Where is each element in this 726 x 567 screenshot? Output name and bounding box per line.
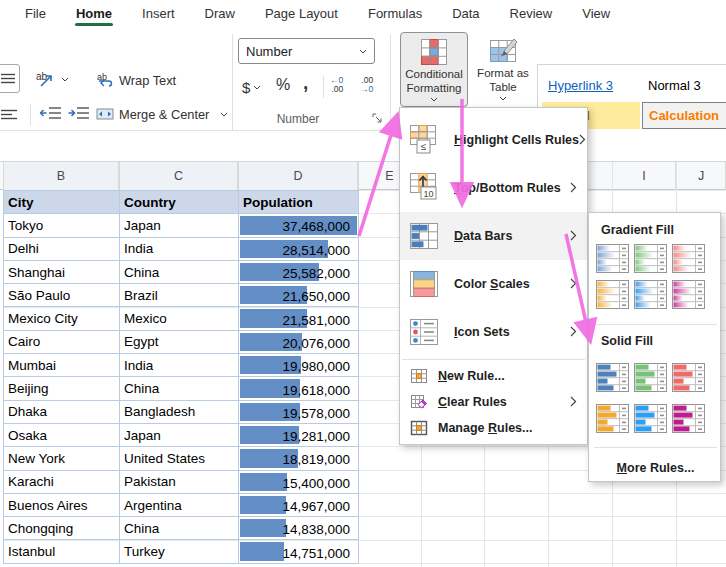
country-cell[interactable]: Egypt [120, 330, 239, 353]
city-cell[interactable]: New York [4, 447, 120, 470]
databar-style-solid-2[interactable] [634, 363, 667, 392]
databar-style-solid-3[interactable] [672, 363, 705, 392]
city-cell[interactable]: Chongqing [4, 517, 120, 540]
databar-style-solid-5[interactable] [634, 404, 667, 433]
databar-style-solid-1[interactable] [596, 363, 629, 392]
formula-bar-area[interactable] [0, 131, 726, 162]
country-cell[interactable]: India [120, 237, 239, 260]
tab-page-layout[interactable]: Page Layout [254, 1, 349, 27]
align-left-button[interactable] [1, 107, 17, 125]
tab-file[interactable]: File [14, 1, 57, 27]
city-cell[interactable]: Beijing [4, 377, 120, 400]
city-cell[interactable]: Karachi [4, 470, 120, 493]
more-rules-menu-item[interactable]: More Rules... [589, 456, 722, 480]
country-cell[interactable]: Japan [120, 423, 239, 446]
population-cell[interactable]: 14,967,000 [239, 493, 359, 516]
cf-menu-item-highlight-cells-rules[interactable]: ≤Highlight Cells Rules [400, 116, 587, 164]
cf-menu-item-icon-sets[interactable]: Icon Sets [400, 308, 587, 356]
databar-style-gradient-3[interactable] [672, 244, 705, 273]
population-cell[interactable]: 18,819,000 [239, 447, 359, 470]
tab-data[interactable]: Data [441, 1, 490, 27]
city-cell[interactable]: Tokyo [4, 214, 120, 237]
merge-center-button[interactable]: Merge & Center [96, 103, 228, 125]
header-cell-country[interactable]: Country [120, 191, 239, 214]
population-cell[interactable]: 14,751,000 [239, 540, 359, 563]
tab-formulas[interactable]: Formulas [357, 1, 433, 27]
cell-style-calculation[interactable]: Calculation [642, 102, 726, 129]
column-header-D[interactable]: D [238, 162, 358, 190]
country-cell[interactable]: Argentina [120, 493, 239, 516]
city-cell[interactable]: Shanghai [4, 260, 120, 283]
cell-style-hyperlink-3[interactable]: Hyperlink 3 [542, 72, 640, 99]
increase-decimal-button[interactable]: ←0 .00 [330, 76, 343, 95]
cf-menu-item-color-scales[interactable]: Color Scales [400, 260, 587, 308]
databar-style-solid-4[interactable] [596, 404, 629, 433]
city-cell[interactable]: Dhaka [4, 400, 120, 423]
country-cell[interactable]: Japan [120, 214, 239, 237]
country-cell[interactable]: China [120, 377, 239, 400]
databar-style-gradient-4[interactable] [596, 280, 629, 309]
align-middle-button[interactable] [0, 64, 20, 93]
databar-style-solid-6[interactable] [672, 404, 705, 433]
format-as-table-button[interactable]: Format as Table [472, 32, 534, 107]
conditional-formatting-button[interactable]: Conditional Formatting [400, 32, 468, 107]
population-cell[interactable]: 14,838,000 [239, 517, 359, 540]
country-cell[interactable]: China [120, 517, 239, 540]
decrease-indent-button[interactable] [40, 106, 61, 124]
country-cell[interactable]: United States [120, 447, 239, 470]
databar-style-gradient-2[interactable] [634, 244, 667, 273]
decrease-decimal-button[interactable]: .00 →0 [360, 76, 373, 95]
city-cell[interactable]: Cairo [4, 330, 120, 353]
cf-menu-item-new-rule[interactable]: New Rule... [400, 363, 587, 389]
city-cell[interactable]: Delhi [4, 237, 120, 260]
percent-style-button[interactable]: % [276, 76, 290, 94]
population-cell[interactable]: 19,980,000 [239, 354, 359, 377]
orientation-button[interactable]: ab [36, 68, 69, 90]
country-cell[interactable]: Pakistan [120, 470, 239, 493]
cf-menu-item-manage-rules[interactable]: Manage Rules... [400, 415, 587, 441]
population-cell[interactable]: 19,281,000 [239, 423, 359, 446]
databar-style-gradient-6[interactable] [672, 280, 705, 309]
country-cell[interactable]: China [120, 260, 239, 283]
databar-style-gradient-5[interactable] [634, 280, 667, 309]
header-cell-population[interactable]: Population [239, 191, 359, 214]
tab-home[interactable]: Home [65, 1, 123, 27]
header-cell-city[interactable]: City [4, 191, 120, 214]
cf-menu-item-data-bars[interactable]: Data Bars [400, 212, 587, 260]
population-cell[interactable]: 37,468,000 [239, 214, 359, 237]
tab-view[interactable]: View [571, 1, 621, 27]
population-cell[interactable]: 20,076,000 [239, 330, 359, 353]
cf-menu-item-top-bottom-rules[interactable]: 10Top/Bottom Rules [400, 164, 587, 212]
population-cell[interactable]: 25,582,000 [239, 260, 359, 283]
population-cell[interactable]: 19,618,000 [239, 377, 359, 400]
country-cell[interactable]: Bangladesh [120, 400, 239, 423]
population-cell[interactable]: 28,514,000 [239, 237, 359, 260]
city-cell[interactable]: Istanbul [4, 540, 120, 563]
column-header-I[interactable]: I [612, 162, 676, 190]
cf-menu-item-clear-rules[interactable]: Clear Rules [400, 389, 587, 415]
increase-indent-button[interactable] [68, 106, 89, 124]
tab-review[interactable]: Review [499, 1, 564, 27]
databar-style-gradient-1[interactable] [596, 244, 629, 273]
population-cell[interactable]: 21,581,000 [239, 307, 359, 330]
wrap-text-button[interactable]: ab Wrap Text [96, 69, 176, 91]
country-cell[interactable]: Mexico [120, 307, 239, 330]
tab-draw[interactable]: Draw [194, 1, 246, 27]
comma-style-button[interactable]: , [303, 72, 308, 94]
column-header-B[interactable]: B [3, 162, 119, 190]
population-cell[interactable]: 19,578,000 [239, 400, 359, 423]
city-cell[interactable]: Buenos Aires [4, 493, 120, 516]
number-dialog-launcher-icon[interactable] [372, 113, 383, 124]
cell-style-normal-3[interactable]: Normal 3 [642, 72, 726, 99]
country-cell[interactable]: India [120, 354, 239, 377]
population-cell[interactable]: 21,650,000 [239, 284, 359, 307]
city-cell[interactable]: São Paulo [4, 284, 120, 307]
country-cell[interactable]: Turkey [120, 540, 239, 563]
country-cell[interactable]: Brazil [120, 284, 239, 307]
population-cell[interactable]: 15,400,000 [239, 470, 359, 493]
column-header-J[interactable]: J [676, 162, 726, 190]
city-cell[interactable]: Mumbai [4, 354, 120, 377]
city-cell[interactable]: Mexico City [4, 307, 120, 330]
accounting-format-button[interactable]: $ [242, 76, 261, 98]
column-header-C[interactable]: C [119, 162, 238, 190]
